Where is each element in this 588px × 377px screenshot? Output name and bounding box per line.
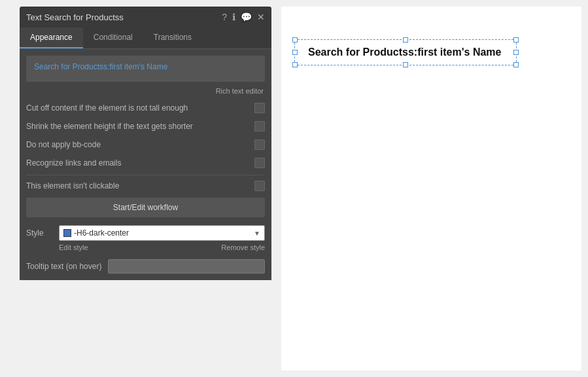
checkbox-3[interactable]	[254, 158, 265, 168]
workflow-button[interactable]: Start/Edit workflow	[26, 198, 265, 217]
checkbox-0[interactable]	[254, 103, 265, 113]
style-row: Style -H6-dark-center ▼	[26, 225, 265, 241]
clickable-checkbox[interactable]	[254, 181, 265, 191]
handle-tr	[513, 37, 519, 43]
canvas-element[interactable]: Search for Productss:first item's Name	[294, 39, 517, 65]
panel: Text Search for Productss ? ℹ 💬 ✕ Appear…	[20, 7, 271, 280]
edit-style-link[interactable]: Edit style	[59, 243, 88, 251]
tab-conditional[interactable]: Conditional	[83, 27, 143, 48]
tooltip-input[interactable]	[108, 259, 265, 274]
option-label-1: Shrink the element height if the text ge…	[26, 122, 193, 131]
tooltip-label: Tooltip text (on hover)	[26, 262, 101, 271]
tooltip-row: Tooltip text (on hover)	[26, 259, 265, 274]
option-label-2: Do not apply bb-code	[26, 140, 101, 149]
style-select[interactable]: -H6-dark-center ▼	[59, 225, 265, 241]
panel-body: Search for Productss:first item's Name R…	[20, 49, 271, 280]
handle-br	[513, 62, 519, 67]
tab-transitions[interactable]: Transitions	[143, 27, 202, 48]
option-row-0: Cut off content if the element is not ta…	[26, 101, 265, 115]
info-icon[interactable]: ℹ	[232, 12, 235, 22]
panel-title: Text Search for Productss	[26, 12, 124, 22]
style-value: -H6-dark-center	[74, 228, 129, 238]
style-label: Style	[26, 228, 52, 238]
remove-style-link[interactable]: Remove style	[221, 243, 265, 251]
close-icon[interactable]: ✕	[257, 12, 265, 22]
text-preview: Search for Productss:first item's Name	[26, 56, 265, 82]
panel-header: Text Search for Productss ? ℹ 💬 ✕	[20, 7, 271, 27]
option-label-0: Cut off content if the element is not ta…	[26, 103, 188, 113]
text-preview-link[interactable]: Search for Productss:first item's Name	[34, 62, 167, 71]
canvas-element-wrapper: Search for Productss:first item's Name	[294, 39, 517, 65]
handle-bl	[292, 62, 298, 67]
style-select-value: -H6-dark-center	[63, 228, 129, 238]
canvas-area: Search for Productss:first item's Name	[281, 7, 581, 370]
option-label-3: Recognize links and emails	[26, 158, 121, 168]
option-row-1: Shrink the element height if the text ge…	[26, 120, 265, 133]
handle-ml	[292, 50, 298, 55]
help-icon[interactable]: ?	[222, 12, 227, 22]
option-row-2: Do not apply bb-code	[26, 138, 265, 151]
divider	[26, 175, 265, 175]
style-color-box	[63, 229, 71, 237]
tab-appearance[interactable]: Appearance	[20, 27, 83, 48]
checkbox-1[interactable]	[254, 121, 265, 132]
handle-tl	[292, 37, 298, 43]
handle-mr	[513, 50, 519, 55]
chevron-down-icon: ▼	[254, 230, 260, 237]
panel-icons: ? ℹ 💬 ✕	[222, 12, 265, 22]
tabs: Appearance Conditional Transitions	[20, 27, 271, 49]
chat-icon[interactable]: 💬	[241, 12, 252, 22]
option-row-3: Recognize links and emails	[26, 156, 265, 170]
rich-text-label: Rich text editor	[26, 87, 265, 95]
style-links: Edit style Remove style	[26, 243, 265, 251]
handle-tm	[403, 37, 408, 43]
clickable-label: This element isn't clickable	[26, 181, 119, 190]
canvas-element-text: Search for Productss:first item's Name	[308, 46, 501, 58]
handle-bm	[403, 62, 408, 67]
checkbox-2[interactable]	[254, 139, 265, 150]
clickable-row: This element isn't clickable	[26, 181, 265, 191]
